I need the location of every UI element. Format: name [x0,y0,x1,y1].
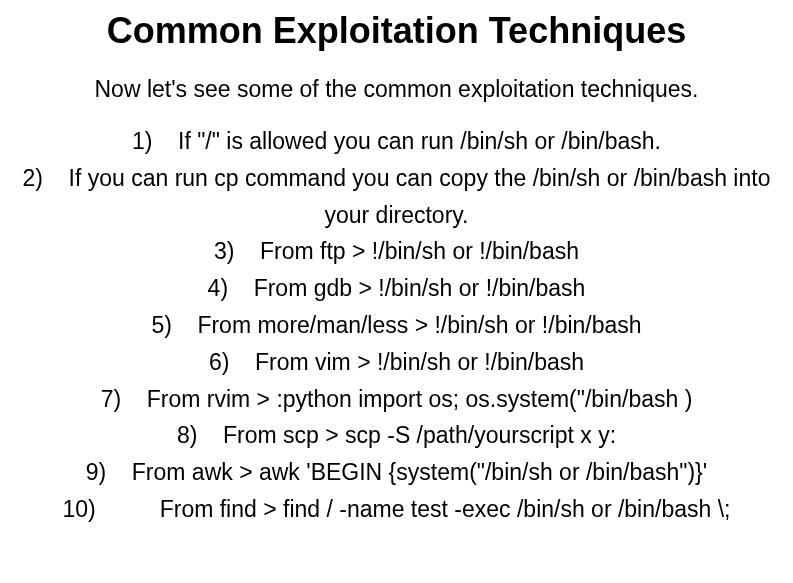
page-title: Common Exploitation Techniques [0,10,793,52]
item-number: 1) [132,128,152,154]
list-item: 3) From ftp > !/bin/sh or !/bin/bash [0,233,793,270]
item-text: If "/" is allowed you can run /bin/sh or… [178,128,661,154]
list-item: 2) If you can run cp command you can cop… [0,160,793,234]
list-item: 9) From awk > awk 'BEGIN {system("/bin/s… [0,454,793,491]
list-item: 5) From more/man/less > !/bin/sh or !/bi… [0,307,793,344]
item-text: From more/man/less > !/bin/sh or !/bin/b… [197,312,641,338]
list-item: 7) From rvim > :python import os; os.sys… [0,381,793,418]
item-text: From find > find / -name test -exec /bin… [160,496,731,522]
item-number: 6) [209,349,229,375]
item-number: 2) [23,165,43,191]
item-number: 4) [208,275,228,301]
item-number: 7) [101,386,121,412]
item-number: 3) [214,238,234,264]
list-item: 4) From gdb > !/bin/sh or !/bin/bash [0,270,793,307]
item-number: 9) [86,459,106,485]
item-text: From awk > awk 'BEGIN {system("/bin/sh o… [132,459,707,485]
list-item: 6) From vim > !/bin/sh or !/bin/bash [0,344,793,381]
techniques-list: 1) If "/" is allowed you can run /bin/sh… [0,123,793,528]
list-item: 1) If "/" is allowed you can run /bin/sh… [0,123,793,160]
item-text: From vim > !/bin/sh or !/bin/bash [255,349,584,375]
item-text: From rvim > :python import os; os.system… [147,386,693,412]
item-text: If you can run cp command you can copy t… [69,165,771,228]
list-item: 10) From find > find / -name test -exec … [0,491,793,528]
item-text: From gdb > !/bin/sh or !/bin/bash [254,275,586,301]
list-item: 8) From scp > scp -S /path/yourscript x … [0,417,793,454]
intro-text: Now let's see some of the common exploit… [0,76,793,103]
item-number: 5) [151,312,171,338]
item-number: 10) [63,496,96,522]
item-number: 8) [177,422,197,448]
item-text: From scp > scp -S /path/yourscript x y: [223,422,616,448]
item-text: From ftp > !/bin/sh or !/bin/bash [260,238,579,264]
